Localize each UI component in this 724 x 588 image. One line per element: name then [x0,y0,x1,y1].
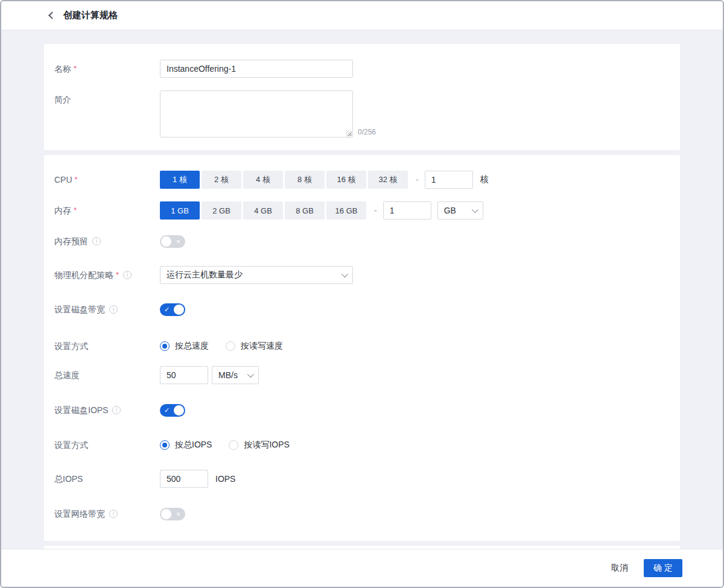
chevron-down-icon [471,206,478,213]
required-mark: * [74,60,77,78]
cross-icon: ✕ [176,508,181,520]
memory-option-8gb[interactable]: 8 GB [285,201,325,220]
cpu-unit-label: 核 [480,174,489,185]
info-icon[interactable] [92,237,101,245]
radio-icon [160,440,170,450]
memory-reserve-row: 内存预留 ✕ [54,232,663,250]
bandwidth-mode-row: 设置方式 按总速度 按读写速度 [54,337,663,355]
cancel-button[interactable]: 取消 [611,563,628,574]
total-iops-row: 总IOPS IOPS [54,470,663,488]
network-bandwidth-label: 设置网络带宽 [54,505,160,523]
memory-option-1gb[interactable]: 1 GB [160,201,200,220]
disk-iops-row: 设置磁盘IOPS ✓ [54,401,663,419]
iops-mode-label: 设置方式 [54,436,160,454]
info-icon[interactable] [112,406,121,414]
info-icon[interactable] [109,510,118,518]
cpu-label: CPU * [54,171,160,189]
radio-icon [229,440,238,450]
total-speed-row: 总速度 MB/s [54,366,663,384]
info-icon[interactable] [109,305,118,314]
chevron-down-icon [341,271,348,277]
network-bandwidth-row: 设置网络带宽 ✕ [54,505,663,523]
description-textarea[interactable] [160,90,353,138]
required-mark: * [75,171,78,189]
total-iops-label: 总IOPS [54,470,160,488]
create-instance-offering-page: 创建计算规格 名称 * 简介 0/256 [0,0,724,588]
memory-option-16gb[interactable]: 16 GB [326,201,366,220]
char-counter: 0/256 [358,127,376,138]
cpu-option-32[interactable]: 32 核 [368,171,408,189]
alloc-strategy-select[interactable]: 运行云主机数量最少 [160,266,353,284]
speed-unit-select[interactable]: MB/s [212,366,259,384]
page-title: 创建计算规格 [63,10,118,21]
name-row: 名称 * [54,60,663,78]
check-icon: ✓ [164,303,170,316]
basic-info-card: 名称 * 简介 0/256 [44,44,680,150]
alloc-strategy-row: 物理机分配策略 * 运行云主机数量最少 [54,266,663,284]
radio-read-write-iops[interactable]: 按读写IOPS [229,440,289,450]
memory-row: 内存 * 1 GB 2 GB 4 GB 8 GB 16 GB - GB [54,201,663,220]
iops-unit-label: IOPS [215,474,235,484]
cpu-option-8[interactable]: 8 核 [285,171,325,189]
memory-custom-input[interactable] [383,201,431,220]
bandwidth-mode-label: 设置方式 [54,337,160,355]
disk-iops-toggle[interactable]: ✓ [160,404,185,417]
confirm-button[interactable]: 确定 [644,559,682,577]
radio-read-write-speed[interactable]: 按读写速度 [226,341,283,352]
cpu-option-2[interactable]: 2 核 [202,171,241,189]
memory-option-4gb[interactable]: 4 GB [243,201,283,220]
total-speed-input[interactable] [160,366,208,384]
name-input[interactable] [160,60,353,78]
radio-total-iops[interactable]: 按总IOPS [160,440,212,450]
memory-unit-select[interactable]: GB [437,201,483,220]
config-card: CPU * 1 核 2 核 4 核 8 核 16 核 32 核 - 核 [44,155,680,541]
radio-icon [160,341,170,351]
range-dash: - [416,175,419,185]
back-icon[interactable] [48,11,56,19]
page-header: 创建计算规格 [1,1,723,30]
description-label: 简介 [54,90,160,106]
page-footer: 取消 确定 [1,549,723,587]
memory-option-2gb[interactable]: 2 GB [202,201,241,220]
radio-icon [226,341,235,351]
disk-iops-label: 设置磁盘IOPS [54,401,160,419]
name-label: 名称 * [54,60,160,78]
iops-mode-row: 设置方式 按总IOPS 按读写IOPS [54,436,663,454]
total-iops-input[interactable] [160,470,208,488]
network-bandwidth-toggle[interactable]: ✕ [160,508,185,520]
radio-total-speed[interactable]: 按总速度 [160,341,209,352]
memory-reserve-label: 内存预留 [54,232,160,250]
disk-bandwidth-label: 设置磁盘带宽 [54,300,160,318]
alloc-strategy-label: 物理机分配策略 * [54,266,160,284]
cpu-option-16[interactable]: 16 核 [326,171,366,189]
required-mark: * [116,266,119,284]
cross-icon: ✕ [176,235,181,248]
chevron-down-icon [247,371,254,378]
range-dash: - [374,206,377,215]
form-content: 名称 * 简介 0/256 CPU * [1,30,723,549]
required-mark: * [74,201,77,220]
cpu-row: CPU * 1 核 2 核 4 核 8 核 16 核 32 核 - 核 [54,171,663,189]
cpu-option-4[interactable]: 4 核 [243,171,283,189]
cpu-option-1[interactable]: 1 核 [160,171,200,189]
memory-label: 内存 * [54,201,160,220]
total-speed-label: 总速度 [54,366,160,384]
cpu-custom-input[interactable] [425,171,473,189]
check-icon: ✓ [164,404,170,417]
disk-bandwidth-toggle[interactable]: ✓ [160,303,185,316]
description-row: 简介 0/256 [54,90,663,138]
info-icon[interactable] [123,271,132,279]
memory-reserve-toggle[interactable]: ✕ [160,235,185,248]
disk-bandwidth-row: 设置磁盘带宽 ✓ [54,300,663,318]
